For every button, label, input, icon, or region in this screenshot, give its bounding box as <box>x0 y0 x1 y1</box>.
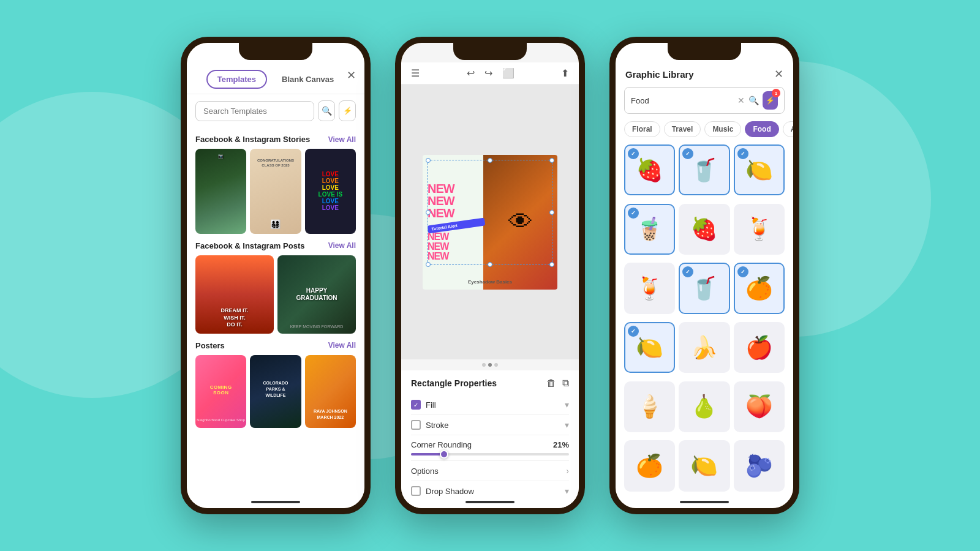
graphic-emoji-12: 🍦 <box>636 394 663 419</box>
phone2-content: ☰ ↩ ↪ ⬜ ⬆ 👁 <box>401 43 579 508</box>
filter-button-templates[interactable]: ⚡ <box>339 100 356 121</box>
template-card-love[interactable]: LOVE LOVE LOVE LOVE IS LOVE LOVE <box>305 149 356 234</box>
phone3-home-bar <box>680 501 729 503</box>
slider-thumb[interactable] <box>440 450 448 459</box>
template-card-forest[interactable]: 📷 <box>195 149 246 234</box>
props-icons: 🗑 ⧉ <box>546 378 569 389</box>
page-dot-1[interactable] <box>482 363 486 367</box>
search-submit-templates[interactable]: 🔍 <box>318 100 335 121</box>
graphic-cell-6[interactable]: 🍹 <box>624 263 675 313</box>
posts-row: DREAM IT.WISH IT.DO IT. HAPPYGRADUATION … <box>195 255 356 334</box>
drop-shadow-checkbox[interactable] <box>411 486 421 496</box>
fill-checkbox[interactable] <box>411 400 421 410</box>
graphic-cell-3[interactable]: 🧋 ✓ <box>624 204 675 255</box>
chip-music[interactable]: Music <box>704 121 741 137</box>
post-card-graduation[interactable]: HAPPYGRADUATION KEEP MOVING FORWARD <box>277 255 356 334</box>
poster-card-colorado[interactable]: COLORADOPARKS &WILDLIFE <box>250 355 301 428</box>
library-title: Graphic Library <box>625 69 694 80</box>
search-input-templates[interactable] <box>195 101 314 121</box>
graphic-emoji-4: 🍓 <box>690 216 718 242</box>
library-search-clear[interactable]: ✕ <box>737 96 745 105</box>
posters-section-header: Posters View All <box>195 341 356 350</box>
share-icon[interactable]: ⬆ <box>561 67 569 79</box>
graphic-cell-10[interactable]: 🍌 <box>679 322 729 373</box>
poster-card-raya[interactable]: RAYA JOHNSONMARCH 2022 <box>305 355 356 428</box>
stroke-checkbox[interactable] <box>411 420 421 430</box>
fill-label: Fill <box>426 400 560 410</box>
options-arrow-icon: › <box>566 466 569 476</box>
graphic-cell-12[interactable]: 🍦 <box>624 381 675 432</box>
stories-view-all[interactable]: View All <box>328 135 356 144</box>
tab-templates[interactable]: Templates <box>206 70 267 89</box>
check-badge-3: ✓ <box>628 208 639 219</box>
fill-row: Fill ▾ <box>411 395 569 415</box>
close-button-phone1[interactable]: ✕ <box>347 69 356 82</box>
category-chips: Floral Travel Music Food Accessories Wed… <box>616 119 793 142</box>
corner-rounding-slider[interactable] <box>411 453 569 455</box>
chip-travel[interactable]: Travel <box>664 121 701 137</box>
graphic-cell-2[interactable]: 🍋 ✓ <box>734 144 785 195</box>
graphic-cell-16[interactable]: 🍋 <box>679 440 729 491</box>
check-badge-9: ✓ <box>628 326 639 337</box>
check-badge-2: ✓ <box>737 148 748 159</box>
posts-view-all[interactable]: View All <box>328 241 356 250</box>
library-close-button[interactable]: ✕ <box>774 67 783 81</box>
graphic-cell-9[interactable]: 🍋 ✓ <box>624 322 675 373</box>
rainbow-love-text: LOVE LOVE LOVE LOVE IS LOVE LOVE <box>316 166 345 216</box>
graphic-cell-0[interactable]: 🍓 ✓ <box>624 144 675 195</box>
library-search-icon[interactable]: 🔍 <box>748 96 759 105</box>
template-card-congrats[interactable]: CONGRATULATIONSCLASS OF 2023 👨‍👩‍👧‍👦 <box>250 149 301 234</box>
redo-icon[interactable]: ↪ <box>484 67 492 79</box>
stroke-chevron[interactable]: ▾ <box>565 420 569 430</box>
page-dot-3[interactable] <box>494 363 498 367</box>
chip-accessories[interactable]: Accessories <box>783 121 793 137</box>
graphic-cell-1[interactable]: 🥤 ✓ <box>679 144 729 195</box>
library-filter-button[interactable]: ⚡ 1 <box>763 91 778 110</box>
canvas-area[interactable]: 👁 NEW NEW NEW Tutorial Alert NEW NEW <box>401 84 579 359</box>
graphic-cell-15[interactable]: 🍊 <box>624 440 675 491</box>
graphic-emoji-16: 🍋 <box>690 453 718 479</box>
options-row[interactable]: Options › <box>411 461 569 481</box>
library-search-bar: ✕ 🔍 ⚡ 1 <box>624 87 785 114</box>
menu-icon[interactable]: ☰ <box>411 67 420 79</box>
graphic-cell-11[interactable]: 🍎 <box>734 322 785 373</box>
graphic-emoji-8: 🍊 <box>745 276 773 301</box>
graphic-emoji-10: 🍌 <box>690 335 718 361</box>
drop-shadow-chevron[interactable]: ▾ <box>565 486 569 496</box>
graphic-cell-13[interactable]: 🍐 <box>679 381 729 432</box>
phone-notch-1 <box>239 43 312 60</box>
posters-view-all[interactable]: View All <box>328 341 356 350</box>
chip-floral[interactable]: Floral <box>624 121 660 137</box>
delete-props-icon[interactable]: 🗑 <box>546 378 556 389</box>
stroke-label: Stroke <box>426 421 560 430</box>
graphic-cell-8[interactable]: 🍊 ✓ <box>734 263 785 313</box>
graphic-emoji-5: 🍹 <box>745 216 773 242</box>
fill-chevron[interactable]: ▾ <box>565 400 569 410</box>
graphic-cell-5[interactable]: 🍹 <box>734 204 785 255</box>
canvas-new-repeated-text: NEW NEW NEW <box>428 182 485 219</box>
tab-blank-canvas[interactable]: Blank Canvas <box>271 70 345 89</box>
frame-icon[interactable]: ⬜ <box>502 67 514 79</box>
undo-icon[interactable]: ↩ <box>467 67 475 79</box>
graphic-emoji-2: 🍋 <box>745 157 773 183</box>
phone-notch-3 <box>668 43 741 60</box>
library-search-input[interactable] <box>631 96 734 105</box>
graphic-cell-14[interactable]: 🍑 <box>734 381 785 432</box>
chip-food[interactable]: Food <box>745 121 778 137</box>
copy-props-icon[interactable]: ⧉ <box>562 378 569 389</box>
poster-card-coming-soon[interactable]: COMINGSOON Neighborhood Cupcake Shop <box>195 355 246 428</box>
check-badge-0: ✓ <box>628 148 639 159</box>
graphic-emoji-17: 🫐 <box>745 453 773 479</box>
post-card-mountain[interactable]: DREAM IT.WISH IT.DO IT. <box>195 255 274 334</box>
corner-rounding-row: Corner Rounding 21% <box>411 435 569 461</box>
page-dot-2[interactable] <box>488 363 492 367</box>
phone1-tabs-bar: Templates Blank Canvas ✕ <box>187 65 364 94</box>
graphic-emoji-14: 🍑 <box>745 394 773 419</box>
graphic-cell-7[interactable]: 🥤 ✓ <box>679 263 729 313</box>
templates-scroll: Facebook & Instagram Stories View All 📷 … <box>187 127 364 508</box>
posters-row: COMINGSOON Neighborhood Cupcake Shop COL… <box>195 355 356 428</box>
graphic-cell-17[interactable]: 🫐 <box>734 440 785 491</box>
graphic-cell-4[interactable]: 🍓 <box>679 204 729 255</box>
graphic-emoji-0: 🍓 <box>636 157 663 183</box>
options-label: Options <box>411 467 439 476</box>
